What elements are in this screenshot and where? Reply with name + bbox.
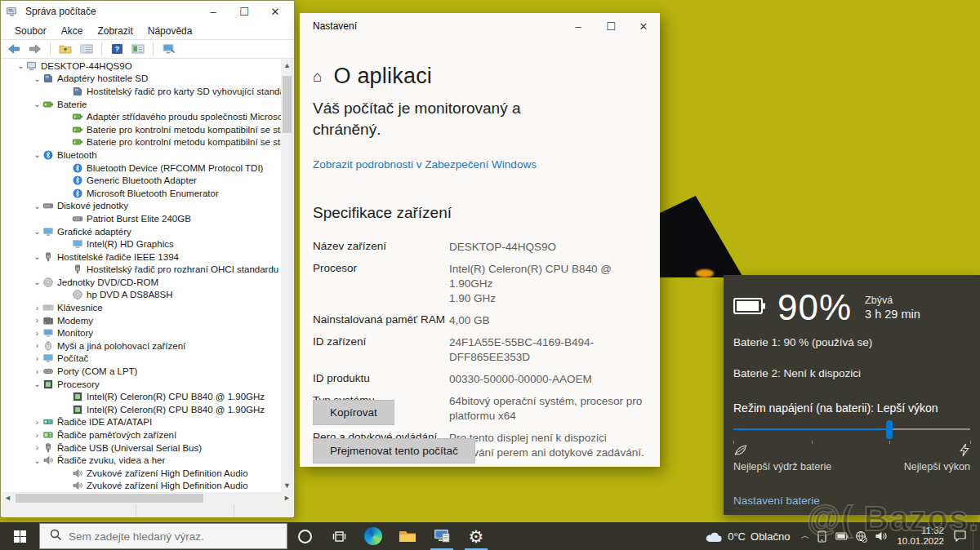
copy-button[interactable]: Kopírovat <box>313 400 394 425</box>
settings-close-button[interactable]: ✕ <box>627 13 660 39</box>
tree-item[interactable]: ⌄Diskové jednotky <box>2 200 281 213</box>
tree-item[interactable]: ⌄DESKTOP-44HQS9O <box>2 60 281 73</box>
task-view-button[interactable] <box>322 522 356 550</box>
export-list-icon[interactable] <box>130 41 146 57</box>
dm-titlebar[interactable]: Správa počítače – ☐ ✕ <box>1 1 294 22</box>
vertical-scroll-thumb[interactable] <box>283 76 292 133</box>
computer-management-taskbar-button[interactable] <box>425 522 459 550</box>
search-input[interactable] <box>69 530 265 543</box>
taskbar-search[interactable] <box>39 523 287 549</box>
collapse-icon[interactable]: ⌄ <box>32 74 42 83</box>
tree-item[interactable]: Intel(R) HD Graphics <box>2 237 281 251</box>
collapse-icon[interactable]: ⌄ <box>32 100 42 109</box>
tree-item[interactable]: Intel(R) Celeron(R) CPU B840 @ 1.90GHz <box>2 390 281 403</box>
tree-item[interactable]: Microsoft Bluetooth Enumerator <box>2 187 281 200</box>
tree-item[interactable]: ⌄Procesory <box>2 378 281 391</box>
horizontal-scroll-thumb[interactable] <box>16 494 203 503</box>
expand-icon[interactable]: › <box>32 431 42 440</box>
slider-thumb[interactable] <box>886 420 893 439</box>
home-icon[interactable]: ⌂ <box>313 68 322 86</box>
collapse-icon[interactable]: ⌄ <box>32 277 42 286</box>
collapse-icon[interactable]: ⌄ <box>16 61 26 70</box>
folder-up-icon[interactable] <box>57 41 74 57</box>
tree-item[interactable]: Patriot Burst Elite 240GB <box>2 212 281 225</box>
battery-tray-icon[interactable] <box>835 530 849 543</box>
tree-item[interactable]: ›Řadiče IDE ATA/ATAPI <box>2 416 281 429</box>
collapse-icon[interactable]: ⌄ <box>32 227 42 236</box>
expand-icon[interactable]: › <box>32 354 42 363</box>
battery-settings-link[interactable]: Nastavení baterie <box>733 495 820 507</box>
tree-item[interactable]: Adaptér střídavého proudu společnosti Mi… <box>2 110 281 123</box>
tree-item[interactable]: ⌄Grafické adaptéry <box>2 225 281 238</box>
start-button[interactable] <box>0 522 39 550</box>
tree-item[interactable]: ⌄Baterie <box>2 98 281 111</box>
collapse-icon[interactable]: ⌄ <box>32 379 42 388</box>
collapse-icon[interactable]: ⌄ <box>32 150 42 159</box>
volume-icon[interactable] <box>874 530 888 543</box>
menu-zobrazit[interactable]: Zobrazit <box>90 24 140 38</box>
expand-icon[interactable]: › <box>32 443 42 452</box>
tree-item[interactable]: Baterie pro kontrolní metodu kompatibiln… <box>2 136 281 149</box>
show-desktop-button[interactable] <box>973 522 977 550</box>
collapse-icon[interactable]: ⌄ <box>32 456 42 465</box>
menu-nápověda[interactable]: Nápověda <box>140 24 200 38</box>
tree-item[interactable]: Intel(R) Celeron(R) CPU B840 @ 1.90GHz <box>2 403 281 416</box>
forward-icon[interactable] <box>27 41 43 57</box>
horizontal-scrollbar[interactable]: ◄ ► <box>2 492 293 504</box>
tree-item[interactable]: ⌄Bluetooth <box>2 149 281 162</box>
tree-item[interactable]: ›Monitory <box>2 326 281 339</box>
scroll-down-icon[interactable]: ▼ <box>281 480 293 492</box>
expand-icon[interactable]: › <box>32 367 42 376</box>
settings-minimize-button[interactable]: – <box>562 13 595 39</box>
scroll-left-icon[interactable]: ◄ <box>2 492 14 504</box>
dm-maximize-button[interactable]: ☐ <box>229 1 260 22</box>
tree-item[interactable]: ›Myši a jiná polohovací zařízení <box>2 339 281 353</box>
expand-icon[interactable]: › <box>32 304 42 313</box>
tree-item[interactable]: Hostitelský řadič pro karty SD vyhovujíc… <box>2 85 281 98</box>
tree-item[interactable]: ›Modemy <box>2 314 281 327</box>
back-icon[interactable] <box>6 41 22 57</box>
menu-akce[interactable]: Akce <box>54 24 91 38</box>
monitor-action-icon[interactable] <box>160 41 176 57</box>
weather-widget[interactable]: 0°C Oblačno <box>705 530 790 543</box>
action-center-icon[interactable] <box>953 530 967 543</box>
expand-icon[interactable]: › <box>32 316 42 325</box>
tree-item[interactable]: ⌄Jednotky DVD/CD-ROM <box>2 276 281 289</box>
tree-item[interactable]: ⌄Adaptéry hostitele SD <box>2 73 281 86</box>
network-globe-icon[interactable] <box>854 530 868 543</box>
tree-item[interactable]: ⌄Řadiče zvuku, videa a her <box>2 454 281 467</box>
tree-item[interactable]: Zvukové zařízení High Definition Audio <box>2 480 281 492</box>
tree-item[interactable]: Zvukové zařízení High Definition Audio <box>2 467 281 480</box>
dm-close-button[interactable]: ✕ <box>260 1 291 22</box>
tree-item[interactable]: Bluetooth Device (RFCOMM Protocol TDI) <box>2 162 281 175</box>
tree-item[interactable]: ›Počítač <box>2 353 281 366</box>
power-mode-slider[interactable] <box>733 420 970 440</box>
edge-button[interactable] <box>356 522 390 550</box>
expand-icon[interactable]: › <box>32 418 42 427</box>
dm-minimize-button[interactable]: – <box>198 1 229 22</box>
collapse-icon[interactable]: ⌄ <box>32 252 42 261</box>
settings-maximize-button[interactable]: ☐ <box>595 13 627 39</box>
scroll-right-icon[interactable]: ► <box>281 492 293 504</box>
tree-item[interactable]: ›Klávesnice <box>2 301 281 314</box>
tree-item[interactable]: Generic Bluetooth Adapter <box>2 174 281 187</box>
expand-icon[interactable]: › <box>32 329 42 338</box>
tree-item[interactable]: ⌄Hostitelské řadiče IEEE 1394 <box>2 251 281 264</box>
list-view-icon[interactable] <box>78 41 95 57</box>
tree-item[interactable]: ›Řadiče USB (Universal Serial Bus) <box>2 441 281 455</box>
tree-item[interactable]: Baterie pro kontrolní metodu kompatibiln… <box>2 123 281 136</box>
security-details-link[interactable]: Zobrazit podrobnosti v Zabezpečení Windo… <box>313 158 537 171</box>
tree-item[interactable]: ›Řadiče paměťových zařízení <box>2 428 281 441</box>
cortana-button[interactable] <box>287 522 322 550</box>
menu-soubor[interactable]: Soubor <box>7 24 54 38</box>
collapse-icon[interactable]: ⌄ <box>32 202 42 211</box>
tree-item[interactable]: ›Porty (COM a LPT) <box>2 365 281 378</box>
rename-pc-button[interactable]: Přejmenovat tento počítač <box>313 438 475 464</box>
expand-icon[interactable]: › <box>32 341 42 350</box>
settings-taskbar-button[interactable]: ⚙ <box>459 522 493 550</box>
help-icon[interactable]: ? <box>109 41 125 57</box>
phone-tray-icon[interactable] <box>815 530 829 543</box>
tree-item[interactable]: Hostitelský řadič pro rozhraní OHCI stan… <box>2 264 281 277</box>
settings-titlebar[interactable]: Nastavení – ☐ ✕ <box>300 13 660 39</box>
file-explorer-button[interactable] <box>390 522 425 550</box>
